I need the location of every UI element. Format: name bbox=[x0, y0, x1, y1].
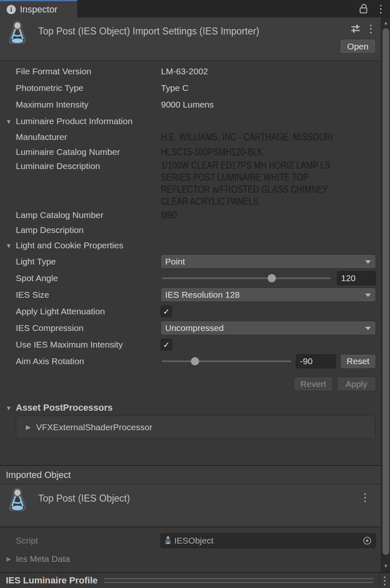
field-row-spot-angle: Spot Angle 120 bbox=[0, 270, 381, 287]
field-value: 120 bbox=[341, 273, 356, 283]
tab-inspector[interactable]: i Inspector bbox=[0, 0, 77, 17]
imported-object-bar: Imported Object bbox=[0, 465, 390, 484]
field-row-manufacturer: Manufacturer H.E. WILLIAMS, INC - CARTHA… bbox=[0, 130, 381, 145]
foldout-luminaire-product-information[interactable]: ▼ Luminaire Product Information bbox=[0, 113, 381, 130]
preview-title: IES Luminaire Profile bbox=[6, 575, 98, 586]
check-icon: ✓ bbox=[163, 340, 170, 350]
field-row-lamp-description: Lamp Description bbox=[0, 223, 381, 238]
tab-bar: i Inspector ⋮ bbox=[0, 0, 390, 17]
field-label: Light Type bbox=[16, 257, 161, 267]
scrollbar-thumb[interactable] bbox=[383, 28, 389, 555]
preview-menu-kebab-icon[interactable]: ⋮ bbox=[380, 575, 390, 586]
info-icon: i bbox=[7, 5, 16, 14]
field-label: Photometric Type bbox=[16, 83, 161, 93]
field-label: Lamp Description bbox=[16, 225, 161, 235]
slider-track bbox=[162, 277, 331, 279]
field-label: Aim Axis Rotation bbox=[16, 356, 161, 366]
foldout-closed-icon: ▶ bbox=[5, 555, 12, 563]
foldout-asset-postprocessors[interactable]: ▼ Asset PostProcessors bbox=[0, 400, 381, 416]
ies-light-icon bbox=[7, 21, 28, 47]
field-label: Apply Light Attenuation bbox=[16, 306, 161, 316]
apply-button[interactable]: Apply bbox=[337, 377, 375, 391]
use-ies-maximum-intensity-checkbox[interactable]: ✓ bbox=[161, 339, 172, 350]
field-value: 9000 Lumens bbox=[161, 100, 214, 110]
ies-compression-dropdown[interactable]: Uncompressed bbox=[161, 321, 375, 335]
open-button[interactable]: Open bbox=[340, 39, 375, 53]
foldout-label: Asset PostProcessors bbox=[16, 402, 113, 413]
reset-button[interactable]: Reset bbox=[341, 355, 375, 368]
field-value: 1/100W CLEAR ED17PS MH HORIZ LAMP LS SER… bbox=[161, 159, 330, 208]
dropdown-value: IES Resolution 128 bbox=[165, 290, 240, 300]
chevron-down-icon bbox=[365, 260, 371, 264]
spot-angle-value-field[interactable]: 120 bbox=[337, 272, 375, 285]
script-label: Script bbox=[16, 536, 161, 546]
foldout-ies-meta-data[interactable]: ▶ Ies Meta Data bbox=[0, 551, 381, 566]
imported-object-title: Top Post (IES Object) bbox=[38, 492, 130, 505]
tab-menu-kebab-icon[interactable]: ⋮ bbox=[378, 3, 384, 14]
field-row-luminaire-catalog-number: Luminaire Catalog Number HLSC15-100PSMH1… bbox=[0, 145, 381, 159]
postprocessor-item[interactable]: ▶ VFXExternalShaderProcessor bbox=[16, 416, 375, 439]
field-row-aim-axis-rotation: Aim Axis Rotation -90 Reset bbox=[0, 353, 381, 370]
dropdown-value: Uncompressed bbox=[165, 323, 224, 333]
script-object-field[interactable]: IESObject bbox=[161, 534, 375, 548]
revert-button[interactable]: Revert bbox=[294, 377, 332, 391]
slider-handle[interactable] bbox=[268, 274, 276, 282]
light-type-dropdown[interactable]: Point bbox=[161, 255, 375, 268]
importer-header: Top Post (IES Object) Import Settings (I… bbox=[0, 17, 381, 61]
imported-object-bar-label: Imported Object bbox=[6, 470, 71, 480]
field-row-ies-size: IES Size IES Resolution 128 bbox=[0, 287, 381, 303]
field-row-apply-light-attenuation: Apply Light Attenuation ✓ bbox=[0, 303, 381, 320]
foldout-open-icon: ▼ bbox=[5, 404, 12, 412]
preview-drag-handle[interactable] bbox=[104, 578, 373, 583]
foldout-label: Light and Cookie Properties bbox=[16, 240, 123, 250]
ies-light-icon bbox=[164, 536, 172, 546]
importer-menu-kebab-icon[interactable]: ⋮ bbox=[368, 23, 374, 34]
scrollbar: ▲ ▼ bbox=[381, 17, 390, 572]
field-label: Spot Angle bbox=[16, 273, 161, 283]
spot-angle-slider[interactable] bbox=[161, 272, 332, 285]
field-row-light-type: Light Type Point bbox=[0, 253, 381, 270]
field-row-ies-compression: IES Compression Uncompressed bbox=[0, 320, 381, 336]
field-label: File Format Version bbox=[16, 66, 161, 76]
preview-header: IES Luminaire Profile ⋮ bbox=[0, 572, 390, 588]
ies-size-dropdown[interactable]: IES Resolution 128 bbox=[161, 288, 375, 301]
scroll-up-icon[interactable]: ▲ bbox=[381, 20, 390, 26]
importer-settings: File Format Version LM-63-2002 Photometr… bbox=[0, 61, 381, 465]
script-row: Script IESObject bbox=[0, 533, 381, 548]
chevron-down-icon bbox=[365, 327, 371, 330]
aim-axis-rotation-slider[interactable] bbox=[161, 355, 292, 368]
foldout-label: Ies Meta Data bbox=[16, 554, 70, 564]
object-menu-kebab-icon[interactable]: ⋮ bbox=[362, 492, 368, 503]
field-value: -90 bbox=[300, 356, 312, 366]
check-icon: ✓ bbox=[163, 307, 170, 316]
foldout-light-and-cookie-properties[interactable]: ▼ Light and Cookie Properties bbox=[0, 238, 381, 253]
field-row-lamp-catalog-number: Lamp Catalog Number M90 bbox=[0, 208, 381, 223]
field-value: LM-63-2002 bbox=[161, 66, 208, 76]
postprocessor-label: VFXExternalShaderProcessor bbox=[36, 422, 152, 432]
object-picker-icon[interactable] bbox=[363, 536, 372, 545]
aim-axis-rotation-value-field[interactable]: -90 bbox=[296, 355, 336, 368]
dropdown-value: Point bbox=[165, 257, 185, 267]
field-label: Lamp Catalog Number bbox=[16, 210, 161, 220]
script-value: IESObject bbox=[174, 536, 214, 546]
field-label: IES Compression bbox=[16, 323, 161, 333]
scroll-down-icon[interactable]: ▼ bbox=[381, 563, 390, 569]
field-label: Luminaire Catalog Number bbox=[16, 147, 161, 157]
slider-track bbox=[162, 360, 291, 362]
field-label: Luminaire Description bbox=[16, 159, 161, 171]
inspector-window: i Inspector ⋮ Top Post (IES bbox=[0, 0, 390, 588]
presets-icon[interactable] bbox=[350, 23, 361, 34]
field-row-maximum-intensity: Maximum Intensity 9000 Lumens bbox=[0, 96, 381, 113]
imported-object-header: Top Post (IES Object) ⋮ bbox=[0, 485, 381, 527]
field-label: Maximum Intensity bbox=[16, 100, 161, 110]
chevron-down-icon bbox=[365, 294, 371, 297]
foldout-open-icon: ▼ bbox=[5, 118, 12, 125]
ies-light-icon bbox=[7, 488, 28, 514]
tab-label: Inspector bbox=[20, 4, 58, 15]
field-row-use-ies-maximum-intensity: Use IES Maximum Intensity ✓ bbox=[0, 336, 381, 353]
importer-title: Top Post (IES Object) Import Settings (I… bbox=[38, 25, 259, 37]
slider-handle[interactable] bbox=[191, 357, 199, 365]
apply-light-attenuation-checkbox[interactable]: ✓ bbox=[161, 306, 172, 317]
field-label: Use IES Maximum Intensity bbox=[16, 340, 161, 350]
lock-open-icon[interactable] bbox=[358, 3, 368, 14]
